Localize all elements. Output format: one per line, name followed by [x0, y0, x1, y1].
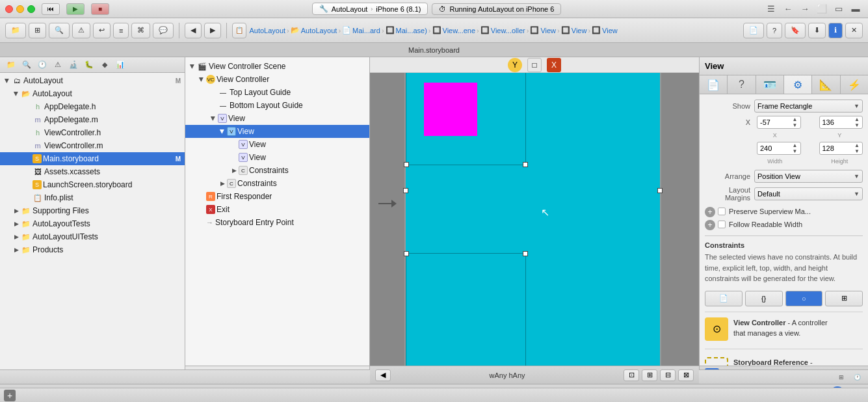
nav-item-view-child2[interactable]: V View [185, 151, 369, 164]
nav-item-first-responder[interactable]: R First Responder [185, 190, 369, 203]
sidebar-item-viewcontroller-m[interactable]: m ViewController.m [0, 139, 185, 152]
layout2-icon[interactable]: ▬ [848, 2, 863, 16]
sidebar-item-appdelegate-m[interactable]: m AppDelegate.m [0, 113, 185, 126]
sidebar-item-autolayout-uitests[interactable]: ▶ 📁 AutoLayoutUITests [0, 230, 185, 243]
handle-tr2[interactable] [523, 251, 528, 256]
sidebar-nav-icon[interactable]: 📁 [4, 58, 18, 72]
sidebar-breakpoint-icon[interactable]: ◆ [98, 58, 112, 72]
prev-button[interactable]: ◀ [185, 23, 202, 38]
handle-bl[interactable] [404, 162, 409, 167]
tab-size[interactable]: 📐 [812, 75, 840, 94]
sidebar-report-icon[interactable]: 📊 [113, 58, 127, 72]
sidebar-debug-icon[interactable]: 🐛 [82, 58, 96, 72]
fullscreen-button[interactable] [27, 5, 35, 13]
width-stepper[interactable]: ▲▼ [793, 142, 798, 154]
nav-item-view-child1[interactable]: V View [185, 138, 369, 151]
tab-connections[interactable]: ⚡ [841, 75, 868, 94]
nav-item-view-controller[interactable]: ▶ VC View Controller [185, 73, 369, 86]
run-button[interactable]: ▶ [66, 3, 85, 15]
layout-icon[interactable]: ▭ [832, 2, 846, 16]
bc-autolayout2[interactable]: AutoLayout [301, 27, 337, 34]
handle-tl2[interactable] [404, 251, 409, 256]
readable-checkbox[interactable] [718, 221, 726, 228]
bc-view3[interactable]: View [602, 27, 618, 34]
width-input[interactable]: 240 ▲▼ [757, 142, 801, 155]
tab-attributes[interactable]: ⚙ [784, 75, 812, 94]
search-button[interactable]: 🔍 [49, 23, 70, 38]
arrange-select[interactable]: Position View ▼ [754, 170, 863, 183]
folder-button[interactable]: 📁 [5, 23, 26, 38]
nav-item-entry-point[interactable]: → Storyboard Entry Point [185, 216, 369, 229]
sidebar-item-assets[interactable]: 🖼 Assets.xcassets [0, 165, 185, 178]
square-icon[interactable]: ⬜ [815, 2, 829, 16]
bc-view-controller[interactable]: View...oller [491, 27, 525, 34]
canvas-back-btn[interactable]: ◀ [375, 369, 391, 381]
add-readable-btn[interactable]: + [705, 220, 715, 230]
add-constraint-btn[interactable]: + [705, 207, 715, 217]
bc-view-scene[interactable]: View...ene [443, 27, 476, 34]
inspector-grid-btn[interactable]: ⊞ [825, 291, 863, 306]
bc-autolayout[interactable]: AutoLayout [249, 27, 285, 34]
ref-icon-canvas[interactable]: □ [527, 58, 542, 72]
height-stepper[interactable]: ▲▼ [854, 142, 860, 154]
nav-item-view-selected[interactable]: ▶ V View [185, 125, 369, 138]
next-button[interactable]: ▶ [204, 23, 221, 38]
inspector-button[interactable]: ℹ [828, 23, 843, 38]
canvas-btn-2[interactable]: ⊞ [642, 369, 657, 381]
handle-left-mid[interactable] [403, 188, 408, 193]
sidebar-issues-icon[interactable]: ⚠ [51, 58, 65, 72]
inner-view-2[interactable] [406, 253, 526, 366]
active-tab[interactable]: ⏱ Running AutoLayout on iPhone 6 [432, 3, 561, 15]
nav-item-top-layout[interactable]: — Top Layout Guide [185, 86, 369, 99]
inspector-doc-btn[interactable]: 📄 [705, 291, 743, 306]
show-select[interactable]: Frame Rectangle ▼ [754, 100, 863, 113]
bc-main-storyboard[interactable]: Mai...ard [352, 27, 380, 34]
sidebar-history-icon[interactable]: 🕐 [35, 58, 49, 72]
sidebar-item-viewcontroller-h[interactable]: h ViewController.h [0, 126, 185, 139]
grid-button[interactable]: ⊞ [29, 23, 46, 38]
height-input[interactable]: 128 ▲▼ [819, 142, 863, 155]
y-input[interactable]: 136 ▲▼ [819, 116, 863, 129]
inner-view-1[interactable] [406, 73, 526, 165]
sidebar-item-root[interactable]: ▶ 🗂 AutoLayout M [0, 74, 185, 87]
tab-file[interactable]: 📄 [700, 75, 728, 94]
handle-br[interactable] [523, 162, 528, 167]
sidebar-item-products[interactable]: ▶ 📁 Products [0, 243, 185, 256]
canvas-content[interactable]: ↖ [370, 73, 699, 366]
nav-item-constraints-inner[interactable]: ▶ C Constraints [185, 164, 369, 177]
close-panel-button[interactable]: ✕ [845, 23, 863, 38]
inspector-code-btn[interactable]: {} [745, 291, 783, 306]
comment-button[interactable]: 💬 [153, 23, 174, 38]
sidebar-item-appdelegate-h[interactable]: h AppDelegate.h [0, 100, 185, 113]
help-button[interactable]: ? [767, 23, 782, 38]
sidebar-item-launch-storyboard[interactable]: S LaunchScreen.storyboard [0, 178, 185, 191]
back-button[interactable]: ← [781, 2, 795, 16]
undo-button[interactable]: ↩ [93, 23, 111, 38]
canvas-btn-1[interactable]: ⊡ [624, 369, 639, 381]
stop-button[interactable]: ■ [91, 3, 109, 15]
handle-right-mid[interactable] [657, 188, 663, 193]
nav-item-view-outer[interactable]: ▶ V View [185, 112, 369, 125]
tab-quick-help[interactable]: ? [728, 75, 756, 94]
sidebar-test-icon[interactable]: 🔬 [66, 58, 81, 72]
nav-item-exit[interactable]: X Exit [185, 203, 369, 216]
sidebar-item-supporting-files[interactable]: ▶ 📁 Supporting Files [0, 204, 185, 217]
nav-item-vc-scene[interactable]: ▶ 🎬 View Controller Scene [185, 60, 369, 73]
y-stepper[interactable]: ▲▼ [854, 116, 860, 128]
canvas-btn-3[interactable]: ⊟ [660, 369, 676, 381]
device-frame[interactable] [404, 73, 661, 366]
nav-item-bottom-layout[interactable]: — Bottom Layout Guide [185, 99, 369, 112]
sidebar-item-info-plist[interactable]: 📋 Info.plist [0, 191, 185, 204]
canvas-btn-4[interactable]: ⊠ [678, 369, 694, 381]
sidebar-item-autolayout[interactable]: ▶ 📂 AutoLayout [0, 87, 185, 100]
sidebar-search-icon[interactable]: 🔍 [20, 58, 34, 72]
new-file-button[interactable]: 📄 [743, 23, 764, 38]
bc-main-base[interactable]: Mai...ase) [396, 27, 427, 34]
tab-identity[interactable]: 🪪 [756, 75, 784, 94]
step-back-button[interactable]: ⏮ [42, 3, 60, 15]
x-input[interactable]: -57 ▲▼ [757, 116, 801, 129]
sidebar-item-autolayout-tests[interactable]: ▶ 📁 AutoLayoutTests [0, 217, 185, 230]
warn-button[interactable]: ⚠ [72, 23, 90, 38]
forward-button[interactable]: → [798, 2, 812, 16]
vc-icon-canvas[interactable]: Y [508, 58, 522, 72]
